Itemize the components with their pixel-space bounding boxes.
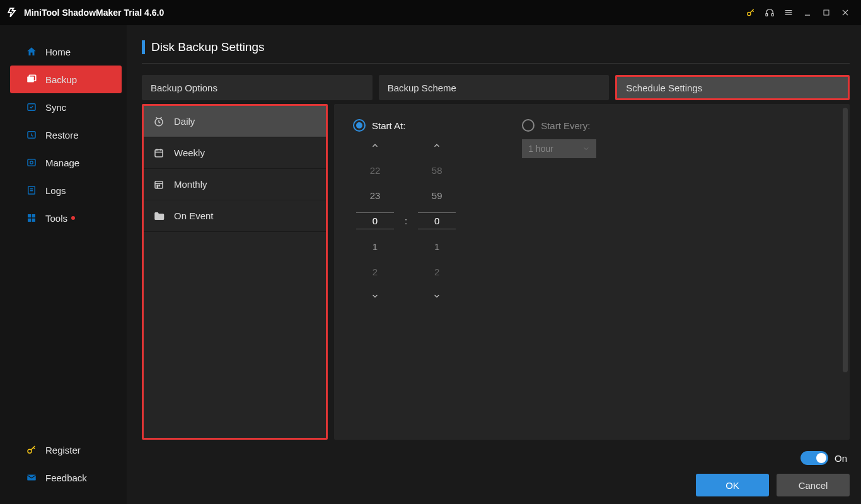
svg-rect-21	[28, 219, 31, 222]
spinner-value: 59	[432, 187, 442, 203]
cancel-button[interactable]: Cancel	[777, 474, 850, 496]
svg-rect-14	[28, 159, 35, 166]
sidebar-item-label: Manage	[45, 158, 79, 168]
spinner-value: 1	[373, 238, 378, 255]
home-icon	[25, 45, 38, 58]
sidebar-item-home[interactable]: Home	[0, 38, 127, 66]
sidebar-item-label: Backup	[45, 74, 77, 85]
spinner-value: 2	[434, 263, 439, 280]
chevron-down-icon[interactable]	[356, 286, 394, 306]
svg-point-34	[157, 186, 158, 188]
folder-icon	[153, 210, 165, 222]
time-separator: :	[405, 215, 407, 226]
svg-rect-20	[32, 214, 35, 217]
tab-backup-scheme[interactable]: Backup Scheme	[379, 75, 610, 100]
svg-point-33	[159, 185, 160, 186]
hour-spinner[interactable]: 22 23 0 1 2	[353, 135, 397, 306]
notification-dot-icon	[71, 216, 75, 220]
toggle-label: On	[835, 453, 847, 464]
spinner-value: 2	[373, 263, 378, 280]
spinner-value: 23	[370, 187, 381, 203]
schedule-toggle[interactable]	[800, 451, 828, 465]
freq-item-on-event[interactable]: On Event	[144, 200, 326, 232]
radio-label: Start At:	[372, 120, 405, 131]
radio-checked-icon	[353, 119, 366, 132]
radio-unchecked-icon	[522, 119, 535, 132]
sidebar-item-restore[interactable]: Restore	[0, 121, 127, 149]
freq-label: On Event	[174, 210, 214, 221]
tab-label: Schedule Settings	[626, 83, 702, 93]
scrollbar[interactable]	[843, 108, 848, 372]
svg-point-15	[30, 161, 33, 164]
restore-icon	[25, 129, 38, 141]
sidebar-item-logs[interactable]: Logs	[0, 176, 127, 204]
svg-rect-1	[766, 13, 768, 16]
svg-rect-22	[32, 219, 35, 222]
spinner-value-current: 0	[356, 212, 394, 229]
spinner-value: 58	[432, 162, 442, 178]
menu-icon[interactable]	[779, 3, 798, 22]
radio-start-at[interactable]: Start At:	[353, 119, 459, 132]
svg-rect-24	[27, 475, 36, 481]
key-icon[interactable]	[741, 3, 760, 22]
schedule-panel: Start At: 22 23 0 1 2	[334, 104, 850, 440]
svg-rect-2	[771, 13, 773, 16]
tab-label: Backup Options	[151, 83, 217, 93]
ok-button[interactable]: OK	[696, 474, 769, 496]
tab-backup-options[interactable]: Backup Options	[142, 75, 373, 100]
sidebar-item-label: Feedback	[45, 472, 87, 483]
titlebar: MiniTool ShadowMaker Trial 4.6.0	[0, 0, 861, 25]
title-accent-bar	[142, 40, 145, 54]
maximize-icon[interactable]	[817, 3, 836, 22]
freq-item-monthly[interactable]: Monthly	[144, 169, 326, 200]
chevron-down-icon	[582, 145, 590, 152]
headset-icon[interactable]	[760, 3, 779, 22]
register-key-icon	[25, 444, 38, 456]
tab-label: Backup Scheme	[388, 83, 456, 93]
calendar-week-icon	[153, 147, 165, 159]
page-title: Disk Backup Settings	[151, 40, 265, 54]
sync-icon	[25, 101, 38, 113]
sidebar-item-manage[interactable]: Manage	[0, 149, 127, 176]
minimize-icon[interactable]	[798, 3, 817, 22]
page-header: Disk Backup Settings	[142, 40, 850, 64]
sidebar-item-label: Logs	[45, 185, 66, 196]
chevron-up-icon[interactable]	[418, 135, 456, 156]
freq-item-daily[interactable]: Daily	[144, 106, 326, 137]
spinner-value: 1	[434, 238, 439, 255]
sidebar-item-sync[interactable]: Sync	[0, 93, 127, 121]
app-logo-icon	[6, 6, 19, 19]
button-label: Cancel	[799, 480, 828, 491]
calendar-month-icon	[153, 178, 165, 191]
settings-tabs: Backup Options Backup Scheme Schedule Se…	[142, 75, 850, 100]
backup-icon	[25, 73, 38, 86]
chevron-down-icon[interactable]	[418, 286, 456, 306]
button-label: OK	[725, 480, 739, 491]
logs-icon	[25, 184, 38, 197]
mail-icon	[25, 471, 38, 484]
clock-icon	[153, 115, 165, 128]
manage-icon	[25, 156, 38, 169]
sidebar: Home Backup Sync Restore Manage Logs Too…	[0, 25, 127, 504]
chevron-up-icon[interactable]	[356, 135, 394, 156]
svg-point-32	[157, 185, 158, 186]
tools-icon	[25, 212, 38, 224]
minute-spinner[interactable]: 58 59 0 1 2	[415, 135, 459, 306]
sidebar-item-register[interactable]: Register	[0, 436, 127, 464]
freq-label: Monthly	[174, 179, 207, 190]
interval-select[interactable]: 1 hour	[522, 139, 596, 158]
spinner-value: 22	[370, 162, 381, 178]
svg-rect-26	[155, 149, 163, 156]
close-icon[interactable]	[836, 3, 855, 22]
sidebar-item-tools[interactable]: Tools	[0, 204, 127, 232]
sidebar-item-backup[interactable]: Backup	[10, 66, 122, 93]
freq-item-weekly[interactable]: Weekly	[144, 137, 326, 169]
radio-start-every[interactable]: Start Every:	[522, 119, 596, 132]
freq-label: Weekly	[174, 147, 205, 158]
freq-label: Daily	[174, 116, 195, 127]
tab-schedule-settings[interactable]: Schedule Settings	[615, 75, 850, 100]
sidebar-item-label: Home	[45, 47, 71, 57]
sidebar-item-feedback[interactable]: Feedback	[0, 464, 127, 491]
svg-rect-7	[824, 10, 829, 15]
interval-value: 1 hour	[528, 144, 553, 154]
